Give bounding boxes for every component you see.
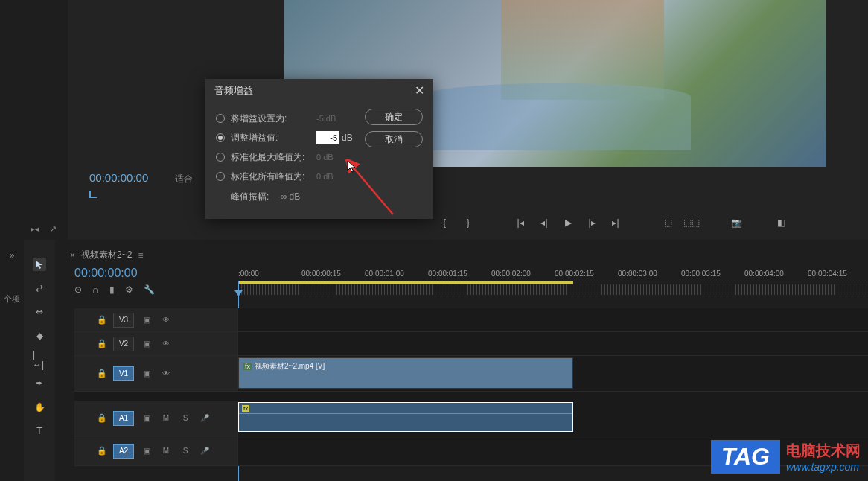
track-content-v2[interactable] [238, 332, 868, 355]
ruler-ticks [238, 284, 868, 295]
radio-icon[interactable] [216, 172, 225, 181]
selection-tool-icon[interactable] [33, 258, 46, 271]
tab-menu-icon[interactable]: ≡ [138, 250, 143, 261]
mute-icon[interactable]: M [159, 447, 173, 455]
step-forward-icon[interactable]: |▸ [587, 217, 597, 228]
track-header-a2[interactable]: 🔒 A2 ▣ M S 🎤 [74, 436, 238, 465]
track-label-a1[interactable]: A1 [113, 411, 134, 426]
track-content-v3[interactable] [238, 308, 868, 331]
go-to-in-icon[interactable]: |◂ [515, 217, 526, 228]
dialog-title-text: 音频增益 [214, 79, 253, 103]
track-content-a1[interactable]: fx [238, 401, 868, 436]
voice-icon[interactable]: 🎤 [198, 414, 211, 422]
settings-icon[interactable]: ⚙ [125, 284, 133, 295]
lock-icon[interactable]: 🔒 [97, 369, 107, 378]
track-header-v3[interactable]: 🔒 V3 ▣ 👁 [74, 308, 238, 331]
solo-icon[interactable]: S [179, 447, 192, 455]
radio-norm-max[interactable]: 标准化最大峰值为: 0 dB [216, 147, 423, 167]
toggle-sync-icon[interactable]: 👁 [159, 340, 173, 348]
toggle-output-icon[interactable]: ▣ [140, 447, 153, 455]
linked-selection-icon[interactable]: ∩ [92, 284, 99, 295]
audio-clip[interactable]: fx [238, 402, 573, 432]
go-to-out-icon[interactable]: ▸| [610, 217, 621, 228]
peak-label: 峰值振幅: [231, 191, 269, 202]
video-clip[interactable]: fx 视频素材2~2.mp4 [V] [238, 357, 573, 389]
track-label-v3[interactable]: V3 [113, 313, 134, 328]
mark-out-icon[interactable]: } [463, 217, 473, 228]
time-ruler[interactable]: :00:0000:00:00:1500:00:01:0000:00:01:150… [238, 270, 868, 292]
source-ruler[interactable] [89, 191, 201, 206]
track-label-v2[interactable]: V2 [113, 337, 134, 351]
toggle-sync-icon[interactable]: 👁 [159, 369, 173, 378]
comparison-icon[interactable]: ◧ [776, 217, 786, 228]
source-export-icon[interactable]: ↗ [48, 223, 58, 234]
ok-button[interactable]: 确定 [365, 109, 423, 125]
lock-icon[interactable]: 🔒 [97, 413, 107, 423]
radio-icon[interactable] [216, 153, 225, 162]
radio-norm-all[interactable]: 标准化所有峰值为: 0 dB [216, 167, 423, 186]
play-icon[interactable]: ▶ [563, 217, 573, 228]
ripple-edit-tool-icon[interactable]: ⇔ [33, 305, 46, 319]
lock-icon[interactable]: 🔒 [97, 339, 107, 348]
toggle-output-icon[interactable]: ▣ [140, 414, 153, 422]
source-timecode[interactable]: 00:00:00:00 [89, 171, 148, 184]
export-frame-icon[interactable]: 📷 [731, 217, 741, 228]
source-insert-icon[interactable]: ▸◂ [30, 223, 40, 234]
sequence-name: 视频素材2~2 [81, 249, 132, 261]
track-v1: 🔒 V1 ▣ 👁 fx 视频素材2~2.mp4 [V] [74, 356, 868, 392]
track-select-tool-icon[interactable]: ⇄ [33, 281, 46, 295]
marker-icon[interactable]: ▮ [109, 284, 115, 295]
track-label-a2[interactable]: A2 [113, 444, 134, 459]
fx-badge-icon: fx [243, 363, 252, 370]
track-header-v2[interactable]: 🔒 V2 ▣ 👁 [74, 332, 238, 355]
radio-icon[interactable] [216, 133, 225, 142]
mark-in-icon[interactable]: { [439, 217, 450, 228]
cancel-button[interactable]: 取消 [365, 131, 423, 147]
toggle-output-icon[interactable]: ▣ [140, 340, 153, 348]
time-label: 00:00:00:15 [301, 270, 341, 278]
tab-close-icon[interactable]: × [70, 250, 75, 261]
chevron-right-icon[interactable]: » [10, 250, 15, 261]
sequence-tab[interactable]: × 视频素材2~2 ≡ [70, 249, 143, 261]
pen-tool-icon[interactable]: ✒ [33, 377, 46, 390]
dialog-titlebar[interactable]: 音频增益 ✕ [205, 79, 433, 103]
track-content-v1[interactable]: fx 视频素材2~2.mp4 [V] [238, 356, 868, 391]
norm-all-label: 标准化所有峰值为: [231, 171, 316, 183]
source-fit-dropdown[interactable]: 适合 [175, 173, 193, 185]
razor-tool-icon[interactable]: ◆ [33, 329, 46, 343]
time-label: :00:00 [238, 270, 259, 278]
wrench-icon[interactable]: 🔧 [144, 284, 155, 295]
solo-icon[interactable]: S [179, 414, 192, 422]
slip-tool-icon[interactable]: |↔| [33, 353, 46, 366]
lift-icon[interactable]: ⬚ [663, 217, 673, 228]
track-label-v1[interactable]: V1 [113, 366, 134, 381]
lock-icon[interactable]: 🔒 [97, 446, 107, 456]
toggle-output-icon[interactable]: ▣ [140, 316, 153, 324]
work-area-bar[interactable] [238, 281, 573, 284]
track-v3: 🔒 V3 ▣ 👁 [74, 308, 868, 332]
radio-icon[interactable] [216, 114, 225, 123]
snap-icon[interactable]: ⊙ [74, 284, 82, 295]
track-header-a1[interactable]: 🔒 A1 ▣ M S 🎤 [74, 401, 238, 436]
fx-badge-icon: fx [242, 405, 249, 412]
close-icon[interactable]: ✕ [415, 79, 424, 103]
time-label: 00:00:02:00 [491, 270, 531, 278]
gain-input[interactable] [316, 131, 339, 144]
type-tool-icon[interactable]: T [33, 424, 46, 438]
step-back-icon[interactable]: ◂| [539, 217, 549, 228]
va-divider[interactable] [74, 392, 868, 401]
extract-icon[interactable]: ⬚⬚ [686, 217, 697, 228]
voice-icon[interactable]: 🎤 [198, 447, 211, 455]
toggle-output-icon[interactable]: ▣ [140, 369, 153, 378]
lock-icon[interactable]: 🔒 [97, 315, 107, 325]
playhead-timecode[interactable]: 00:00:00:00 [74, 267, 138, 280]
toggle-sync-icon[interactable]: 👁 [159, 316, 173, 324]
norm-max-label: 标准化最大峰值为: [231, 151, 316, 164]
hand-tool-icon[interactable]: ✋ [33, 401, 46, 414]
watermark: TAG 电脑技术网 www.tagxp.com [711, 440, 861, 474]
program-transport: { } |◂ ◂| ▶ |▸ ▸| ⬚ ⬚⬚ 📷 ◧ [439, 217, 786, 228]
time-label: 00:00:04:15 [808, 270, 847, 278]
mute-icon[interactable]: M [159, 414, 173, 422]
time-label: 00:00:03:15 [681, 270, 721, 278]
track-header-v1[interactable]: 🔒 V1 ▣ 👁 [74, 356, 238, 391]
